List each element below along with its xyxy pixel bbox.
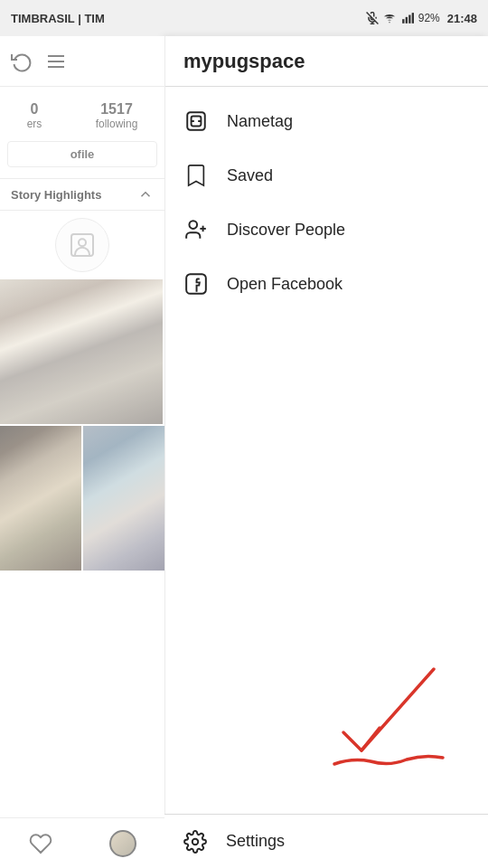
settings-label: Settings <box>226 832 285 851</box>
nametag-label: Nametag <box>227 112 293 131</box>
photo-grid <box>0 279 164 571</box>
menu-item-saved[interactable]: Saved <box>165 148 488 203</box>
menu-header: mypugspace <box>165 36 488 87</box>
nametag-icon <box>183 108 209 134</box>
svg-rect-13 <box>187 112 205 130</box>
arrow-annotation <box>307 651 461 778</box>
following-label: following <box>96 118 138 130</box>
signal-icon <box>400 12 415 24</box>
posts-count: 0 <box>27 101 42 118</box>
svg-point-12 <box>79 239 86 246</box>
photo-cell-pug-hat[interactable] <box>0 426 81 571</box>
main-area: 0 ers 1517 following ofile Story Highlig… <box>0 36 488 868</box>
annotation-arrow <box>307 651 461 778</box>
following-count: 1517 <box>96 101 138 118</box>
left-header-icons <box>11 51 67 72</box>
saved-label: Saved <box>227 166 273 185</box>
battery-label: 92% <box>418 12 440 24</box>
left-panel: 0 ers 1517 following ofile Story Highlig… <box>0 36 164 868</box>
chevron-up-icon[interactable] <box>137 186 154 203</box>
edit-profile-button[interactable]: ofile <box>7 141 157 167</box>
facebook-icon <box>183 271 209 297</box>
story-highlight-icon[interactable] <box>55 218 109 272</box>
right-panel: mypugspace Nametag <box>164 36 488 868</box>
open-facebook-label: Open Facebook <box>227 275 343 294</box>
left-header <box>0 36 164 87</box>
svg-rect-6 <box>408 15 410 24</box>
svg-point-22 <box>192 838 199 844</box>
carrier-label: TIMBRASIL | TIM <box>11 12 105 25</box>
menu-items: Nametag Saved <box>165 87 488 318</box>
svg-rect-7 <box>411 13 413 24</box>
menu-item-nametag[interactable]: Nametag <box>165 94 488 148</box>
highlights-row: Story Highlights <box>0 178 164 211</box>
posts-stat: 0 ers <box>27 101 42 130</box>
wifi-icon <box>382 12 397 24</box>
menu-item-open-facebook[interactable]: Open Facebook <box>165 257 488 311</box>
status-bar: TIMBRASIL | TIM 92% 21:48 <box>0 0 488 36</box>
hamburger-icon[interactable] <box>45 51 67 72</box>
svg-point-17 <box>189 221 197 229</box>
person-icon <box>68 231 97 259</box>
history-icon[interactable] <box>11 51 33 72</box>
menu-username: mypugspace <box>183 50 305 73</box>
stats-row: 0 ers 1517 following <box>0 87 164 141</box>
following-stat: 1517 following <box>96 101 138 130</box>
discover-people-icon <box>183 217 209 242</box>
discover-people-label: Discover People <box>227 221 345 240</box>
photo-cell-pug-person[interactable] <box>83 426 164 571</box>
mute-icon <box>366 12 379 24</box>
settings-icon <box>183 829 208 854</box>
photo-cell-pug-bath[interactable] <box>0 279 163 424</box>
bottom-nav <box>0 817 164 868</box>
menu-item-discover-people[interactable]: Discover People <box>165 203 488 257</box>
saved-icon <box>183 163 209 188</box>
svg-rect-5 <box>405 17 407 24</box>
heart-icon[interactable] <box>29 832 52 855</box>
posts-label: ers <box>27 118 42 130</box>
settings-row[interactable]: Settings <box>164 814 488 868</box>
time-label: 21:48 <box>447 12 477 25</box>
svg-rect-4 <box>402 19 404 24</box>
highlights-label: Story Highlights <box>11 188 101 202</box>
profile-avatar[interactable] <box>109 830 136 857</box>
svg-point-3 <box>389 22 389 23</box>
status-bar-right: 92% 21:48 <box>366 12 477 25</box>
